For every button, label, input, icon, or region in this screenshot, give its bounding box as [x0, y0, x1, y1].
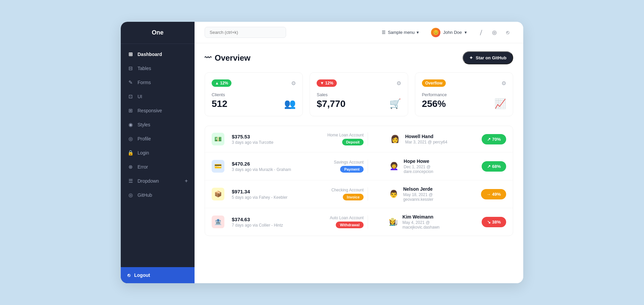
app-container: One ⊞ Dashboard ⊟ Tables ✎ Forms ⊡ UI ⊞ …	[121, 22, 523, 283]
page-content: 〰 Overview ✦ Star on GitHub ▲ 12% ⚙	[195, 43, 523, 283]
github-header-icon[interactable]: ◎	[489, 27, 500, 38]
tx-account-label: Savings Account	[303, 160, 364, 165]
sidebar: One ⊞ Dashboard ⊟ Tables ✎ Forms ⊡ UI ⊞ …	[121, 22, 195, 283]
avatar: 👩‍🌾	[388, 215, 399, 229]
header: ☰ Sample menu ▾ 😊 John Doe ▾ ⧸ ◎ ⎋	[195, 22, 523, 43]
person-col: 👩‍🦱 Hope Howe Dec 1, 2021 @ dare.concepc…	[388, 159, 455, 174]
sidebar-item-dashboard[interactable]: ⊞ Dashboard	[121, 47, 195, 61]
percent-badge: ↘ 38%	[482, 217, 506, 227]
lock-icon: 🔒	[127, 150, 133, 156]
search-bar[interactable]	[205, 27, 286, 38]
person-name: Kim Weimann	[402, 214, 455, 220]
tx-icon-deposit: 💵	[212, 133, 224, 145]
person-col: 👨 Nelson Jerde May 18, 2021 @ geovanni.k…	[388, 186, 455, 202]
tx-meta: 3 days ago via Murazik - Graham	[232, 167, 299, 172]
sidebar-item-login[interactable]: 🔒 Login	[121, 146, 195, 160]
performance-value: 256%	[422, 99, 447, 109]
tables-icon: ⊟	[127, 65, 133, 71]
page-title: 〰 Overview	[205, 53, 251, 63]
tx-account-label: Auto Loan Account	[303, 216, 364, 220]
tx-meta: 3 days ago via Turcotte	[232, 140, 299, 145]
divider	[368, 160, 368, 173]
sidebar-item-label: Forms	[138, 80, 151, 85]
overview-title: Overview	[215, 53, 251, 63]
sidebar-item-label: Responsive	[138, 108, 162, 113]
page-header: 〰 Overview ✦ Star on GitHub	[205, 51, 513, 64]
sales-badge: ▼ 12%	[317, 79, 336, 87]
sidebar-item-label: Dashboard	[138, 52, 162, 57]
person-col: 👩‍🌾 Kim Weimann May 4, 2021 @ macejkovic…	[388, 214, 455, 230]
sales-gear-icon[interactable]: ⚙	[396, 80, 401, 86]
tx-icon-withdrawal: 🏦	[212, 216, 224, 228]
slash-icon[interactable]: ⧸	[476, 27, 486, 38]
sidebar-item-label: GitHub	[138, 192, 152, 198]
person-meta: Mar 3, 2021 @ percy64	[405, 140, 447, 144]
github-star-icon: ✦	[469, 55, 473, 60]
sidebar-item-responsive[interactable]: ⊞ Responsive	[121, 104, 195, 118]
star-github-button[interactable]: ✦ Star on GitHub	[463, 51, 513, 64]
person-name: Howell Hand	[405, 134, 447, 139]
person-name: Hope Howe	[404, 159, 455, 164]
table-row: 🏦 $374.63 7 days ago via Collier - Hintz…	[205, 208, 513, 236]
sidebar-item-label: Dropdown	[138, 178, 159, 184]
table-row: 💳 $470.26 3 days ago via Murazik - Graha…	[205, 152, 513, 180]
transactions-table: 💵 $375.53 3 days ago via Turcotte Home L…	[205, 126, 513, 236]
user-menu-button[interactable]: 😊 John Doe ▾	[428, 26, 470, 39]
divider	[368, 215, 368, 229]
profile-icon: ◎	[127, 136, 133, 142]
clients-badge: ▲ 12%	[212, 79, 231, 87]
tx-icon-payment: 💳	[212, 160, 224, 173]
sales-label: Sales	[317, 92, 345, 97]
sidebar-item-styles[interactable]: ◉ Styles	[121, 118, 195, 132]
avatar: 👩	[388, 132, 402, 146]
sidebar-item-label: UI	[138, 94, 142, 99]
sidebar-item-error[interactable]: ⊗ Error	[121, 160, 195, 174]
logout-button[interactable]: ⎋ Logout	[121, 267, 195, 283]
tx-amount: $971.34	[232, 189, 299, 194]
sample-menu-button[interactable]: ☰ Sample menu ▾	[378, 28, 422, 37]
clients-gear-icon[interactable]: ⚙	[291, 80, 296, 86]
table-row: 💵 $375.53 3 days ago via Turcotte Home L…	[205, 126, 513, 152]
performance-icon: 📈	[494, 98, 506, 109]
person-col: 👩 Howell Hand Mar 3, 2021 @ percy64	[388, 132, 455, 146]
sidebar-item-ui[interactable]: ⊡ UI	[121, 89, 195, 104]
avatar: 👩‍🦱	[388, 159, 400, 173]
tx-badge: Deposit	[342, 139, 364, 145]
tx-badge: Payment	[340, 166, 364, 173]
dashboard-icon: ⊞	[127, 51, 133, 57]
dropdown-add-icon[interactable]: +	[185, 178, 188, 184]
sidebar-item-dropdown[interactable]: ☰ Dropdown +	[121, 174, 195, 188]
avatar: 👨	[388, 187, 400, 201]
sidebar-item-label: Styles	[138, 122, 150, 127]
sidebar-item-profile[interactable]: ◎ Profile	[121, 132, 195, 146]
sales-value: $7,770	[317, 99, 345, 109]
logout-header-icon[interactable]: ⎋	[502, 27, 513, 38]
stat-card-performance: Overflow ⚙ Performance 256% 📈	[415, 72, 513, 116]
tx-icon-invoice: 📦	[212, 188, 224, 200]
performance-label: Performance	[422, 92, 447, 97]
user-name: John Doe	[443, 30, 462, 35]
stat-card-clients: ▲ 12% ⚙ Clients 512 👥	[205, 72, 303, 116]
tx-account-label: Home Loan Account	[303, 133, 364, 137]
avatar: 😊	[431, 28, 440, 37]
sidebar-item-tables[interactable]: ⊟ Tables	[121, 61, 195, 75]
menu-lines-icon: ☰	[382, 30, 386, 35]
percent-badge: ↗ 70%	[482, 134, 506, 144]
sidebar-item-github[interactable]: ◎ GitHub	[121, 188, 195, 202]
sidebar-item-forms[interactable]: ✎ Forms	[121, 75, 195, 89]
github-icon: ◎	[127, 192, 133, 198]
forms-icon: ✎	[127, 79, 133, 85]
stat-card-sales: ▼ 12% ⚙ Sales $7,770 🛒	[310, 72, 408, 116]
responsive-icon: ⊞	[127, 108, 133, 114]
tx-meta: 7 days ago via Collier - Hintz	[232, 223, 299, 228]
sidebar-item-label: Tables	[138, 66, 151, 71]
logout-label: Logout	[134, 272, 150, 278]
clients-value: 512	[212, 99, 227, 109]
person-meta: May 4, 2021 @ macejkovic.dashawn	[402, 220, 455, 230]
clients-icon: 👥	[284, 98, 296, 109]
performance-gear-icon[interactable]: ⚙	[501, 80, 506, 86]
tx-amount: $374.63	[232, 217, 299, 222]
search-input[interactable]	[205, 27, 286, 38]
dropdown-icon: ☰	[127, 178, 133, 184]
table-row: 📦 $971.34 5 days ago via Fahey - Keebler…	[205, 180, 513, 208]
